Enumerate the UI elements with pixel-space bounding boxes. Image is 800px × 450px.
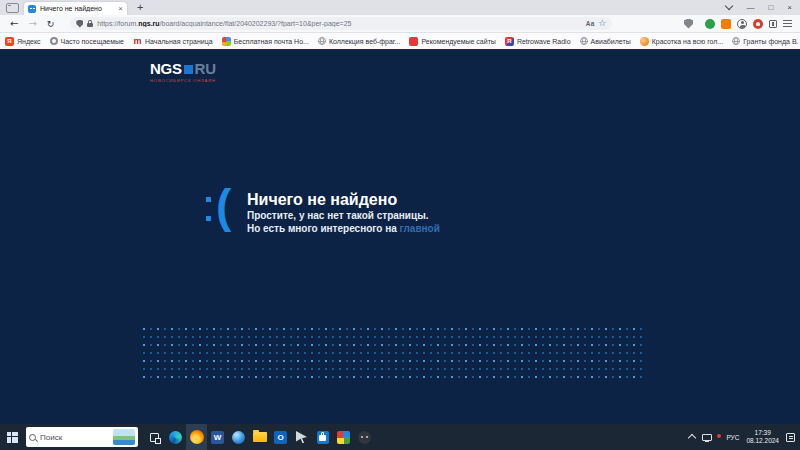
sad-emoticon-eye-bottom bbox=[206, 216, 211, 221]
retrowave-icon bbox=[505, 37, 514, 46]
bookmark-item[interactable]: Яндекс bbox=[5, 37, 41, 46]
taskbar-app-cursor[interactable] bbox=[291, 424, 312, 450]
extension-shield-icon[interactable] bbox=[684, 19, 693, 29]
bookmark-label: Гранты фонда В. Пот... bbox=[743, 38, 800, 45]
bookmark-item[interactable]: Гранты фонда В. Пот... bbox=[732, 37, 800, 45]
taskbar-app-store[interactable] bbox=[312, 424, 333, 450]
search-highlight-thumbnail[interactable] bbox=[113, 429, 135, 445]
sphere-icon bbox=[232, 431, 245, 444]
tracking-protection-shield-icon[interactable] bbox=[76, 20, 83, 28]
tab-bar: Ничего не найдено × + — □ × bbox=[0, 0, 800, 15]
firefox-view-icon[interactable] bbox=[6, 3, 19, 13]
store-icon bbox=[317, 431, 329, 444]
mail-m-icon bbox=[133, 37, 142, 46]
taskbar-app-avatar[interactable] bbox=[354, 424, 375, 450]
not-found-message: Простите, у нас нет такой страницы. Но е… bbox=[247, 209, 440, 235]
bookmarks-bar: ЯндексЧасто посещаемыеНачальная страница… bbox=[0, 33, 800, 49]
adblock-icon[interactable] bbox=[753, 19, 763, 29]
page-content: NGS RU НОВОСИБИРСК ОНЛАЙН ( Ничего не на… bbox=[0, 49, 800, 424]
back-button[interactable]: ← bbox=[10, 19, 18, 29]
bookmark-item[interactable]: Рекомендуемые сайты bbox=[409, 37, 495, 46]
tray-chevron-up-icon[interactable] bbox=[688, 434, 696, 442]
globe-icon bbox=[318, 37, 326, 45]
taskbar-app-photos[interactable] bbox=[333, 424, 354, 450]
bookmark-item[interactable]: Начальная страница bbox=[133, 37, 213, 46]
minimize-button[interactable]: — bbox=[746, 3, 754, 13]
url-path: /board/acquaintance/flat/2040202293/?fpa… bbox=[160, 20, 352, 27]
translate-icon[interactable]: Аа bbox=[586, 20, 594, 27]
sad-emoticon-mouth: ( bbox=[216, 182, 231, 230]
home-link[interactable]: главной bbox=[400, 223, 440, 234]
bookmark-star-icon[interactable]: ☆ bbox=[598, 19, 606, 28]
tab-title: Ничего не найдено bbox=[40, 5, 114, 12]
green-extension-icon[interactable] bbox=[705, 19, 715, 29]
taskbar-app-firefox[interactable] bbox=[186, 424, 207, 450]
red-square-icon bbox=[409, 37, 418, 46]
bookmark-item[interactable]: Авиабилеты bbox=[580, 37, 631, 45]
search-icon bbox=[29, 434, 36, 441]
url-domain: ngs.ru bbox=[138, 20, 159, 27]
tab-close-icon[interactable]: × bbox=[118, 5, 123, 13]
firefox-icon bbox=[190, 430, 204, 444]
logo-square-icon bbox=[184, 65, 193, 74]
url-text[interactable]: https://forum.ngs.ru/board/acquaintance/… bbox=[97, 20, 582, 27]
start-button[interactable] bbox=[0, 424, 24, 450]
logo-ngs-text: NGS bbox=[150, 60, 182, 77]
language-indicator[interactable]: РУС bbox=[726, 434, 739, 441]
bookmark-item[interactable]: Коллекция веб-фраг... bbox=[318, 37, 400, 45]
gear-icon bbox=[50, 37, 58, 45]
taskbar-app-task-view[interactable] bbox=[144, 424, 165, 450]
lock-icon[interactable] bbox=[87, 23, 93, 27]
bookmark-item[interactable]: Бесплатная почта Но... bbox=[222, 37, 309, 46]
screen: Ничего не найдено × + — □ × ← → ↻ https:… bbox=[0, 0, 800, 450]
task-view-icon bbox=[150, 433, 159, 442]
bookmark-label: Яндекс bbox=[17, 38, 41, 45]
taskbar-app-file-explorer[interactable] bbox=[249, 424, 270, 450]
logo-ru-text: RU bbox=[195, 60, 216, 77]
outlook-icon bbox=[274, 431, 287, 444]
orange-extension-icon[interactable] bbox=[721, 19, 731, 29]
taskbar-app-edge[interactable] bbox=[165, 424, 186, 450]
close-button[interactable]: × bbox=[787, 3, 792, 13]
new-tab-button[interactable]: + bbox=[137, 2, 143, 13]
taskbar-clock[interactable]: 17:39 08.12.2024 bbox=[746, 429, 779, 445]
bookmark-label: Авиабилеты bbox=[591, 38, 631, 45]
url-bar[interactable]: https://forum.ngs.ru/board/acquaintance/… bbox=[70, 17, 612, 30]
windows-logo-icon bbox=[7, 432, 18, 443]
notification-center-icon[interactable] bbox=[786, 433, 795, 442]
file-explorer-icon bbox=[253, 432, 267, 442]
site-favicon-icon bbox=[28, 5, 36, 13]
logo-subtitle: НОВОСИБИРСК ОНЛАЙН bbox=[150, 78, 216, 82]
taskbar-app-sphere[interactable] bbox=[228, 424, 249, 450]
yandex-icon bbox=[5, 37, 14, 46]
navigation-toolbar: ← → ↻ https://forum.ngs.ru/board/acquain… bbox=[0, 15, 800, 33]
share-icon[interactable] bbox=[769, 20, 777, 28]
pixel-dots-pattern bbox=[143, 328, 646, 378]
bookmark-label: Retrowave Radio bbox=[517, 38, 571, 45]
clock-date: 08.12.2024 bbox=[746, 437, 779, 445]
menu-icon[interactable] bbox=[783, 20, 792, 27]
bookmark-item[interactable]: Retrowave Radio bbox=[505, 37, 571, 46]
taskbar: Поиск РУС 17:39 08.12.2024 bbox=[0, 424, 800, 450]
account-icon[interactable] bbox=[737, 19, 747, 29]
url-prefix: https://forum. bbox=[97, 20, 138, 27]
bookmark-item[interactable]: Красотка на всю гол... bbox=[640, 37, 724, 46]
forward-button[interactable]: → bbox=[28, 19, 36, 29]
bookmark-item[interactable]: Часто посещаемые bbox=[50, 37, 124, 45]
not-found-title: Ничего не найдено bbox=[247, 191, 397, 209]
edge-icon bbox=[169, 431, 182, 444]
taskbar-search[interactable]: Поиск bbox=[26, 427, 138, 447]
volume-muted-badge bbox=[717, 434, 721, 438]
not-found-line2: Но есть много интересного на главной bbox=[247, 222, 440, 235]
active-tab[interactable]: Ничего не найдено × bbox=[24, 2, 127, 15]
display-icon[interactable] bbox=[702, 434, 712, 441]
bookmark-label: Начальная страница bbox=[145, 38, 213, 45]
bookmark-label: Красотка на всю гол... bbox=[652, 38, 724, 45]
maximize-button[interactable]: □ bbox=[768, 3, 773, 13]
taskbar-app-outlook[interactable] bbox=[270, 424, 291, 450]
reload-button[interactable]: ↻ bbox=[47, 19, 55, 29]
tab-list-chevron-icon[interactable] bbox=[725, 2, 733, 10]
taskbar-app-word[interactable] bbox=[207, 424, 228, 450]
ngs-logo[interactable]: NGS RU НОВОСИБИРСК ОНЛАЙН bbox=[150, 60, 241, 84]
globe-icon bbox=[580, 37, 588, 45]
